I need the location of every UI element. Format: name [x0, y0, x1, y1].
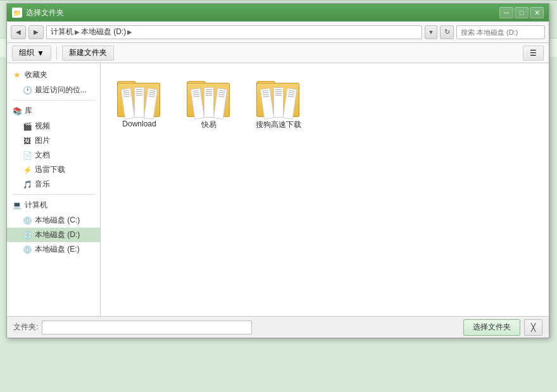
- sidebar-library-label: 库: [25, 106, 32, 116]
- title-icon: 📁: [12, 8, 22, 18]
- sidebar-music-label: 音乐: [35, 179, 50, 190]
- path-label: 文件夹:: [13, 322, 38, 333]
- sidebar-item-disk-e[interactable]: 💿 本地磁盘 (E:): [7, 242, 100, 257]
- content-area: ★ 收藏夹 🕐 最近访问的位... 📚 库: [7, 63, 549, 316]
- folder-sogou-label: 搜狗高速下载: [256, 119, 301, 130]
- disk-d-icon: 💿: [22, 231, 32, 240]
- path-arrow-2: ▶: [127, 28, 132, 35]
- folder-sogou-icon: [256, 76, 301, 117]
- sidebar-header-library[interactable]: 📚 库: [7, 103, 100, 119]
- title-bar: 📁 选择文件夹 ─ □ ✕: [7, 4, 549, 21]
- folder-select-dialog: 📁 选择文件夹 ─ □ ✕ ◀ ▶ 计算机 ▶ 本地磁盘 (D:) ▶ ▼ ↻: [6, 3, 549, 338]
- sidebar-section-computer: 💻 计算机 💿 本地磁盘 (C:) 💿 本地磁盘 (D:) 💿 本地磁盘 (E:…: [7, 197, 100, 257]
- computer-icon: 💻: [12, 200, 22, 211]
- sidebar-item-video[interactable]: 🎬 视频: [7, 119, 100, 133]
- back-nav-button[interactable]: ◀: [11, 25, 26, 39]
- favorites-icon: ★: [12, 70, 22, 80]
- toolbar: 组织 ▼ 新建文件夹 ☰: [7, 43, 549, 63]
- sidebar-item-image[interactable]: 🖼 图片: [7, 133, 100, 148]
- sidebar-video-label: 视频: [35, 121, 50, 132]
- path-segment-computer: 计算机: [51, 27, 73, 37]
- new-folder-button[interactable]: 新建文件夹: [62, 46, 114, 61]
- disk-c-icon: 💿: [22, 216, 32, 225]
- address-bar: ◀ ▶ 计算机 ▶ 本地磁盘 (D:) ▶ ▼ ↻: [7, 21, 549, 43]
- sidebar-computer-label: 计算机: [25, 200, 47, 211]
- library-icon: 📚: [12, 106, 22, 116]
- sidebar-document-label: 文档: [35, 150, 50, 161]
- disk-e-icon: 💿: [22, 245, 32, 254]
- sidebar-header-computer[interactable]: 💻 计算机: [7, 197, 100, 213]
- view-toggle-button[interactable]: ☰: [523, 46, 544, 61]
- search-input[interactable]: [456, 25, 545, 39]
- refresh-button[interactable]: ↻: [440, 25, 454, 39]
- organize-button[interactable]: 组织 ▼: [12, 46, 51, 61]
- file-area: Download 快易: [101, 63, 549, 316]
- video-icon: 🎬: [22, 122, 32, 131]
- close-button[interactable]: ✕: [530, 7, 544, 18]
- folder-kuaiyi-label: 快易: [201, 119, 216, 130]
- app-window: 📁 选择文件夹 ─ □ ✕ ◀ ▶ 计算机 ▶ 本地磁盘 (D:) ▶ ▼ ↻: [0, 0, 557, 392]
- document-icon: 📄: [22, 151, 32, 160]
- sidebar-disk-d-label: 本地磁盘 (D:): [35, 230, 80, 240]
- path-input[interactable]: [42, 321, 252, 334]
- sidebar-item-disk-d[interactable]: 💿 本地磁盘 (D:): [7, 228, 100, 242]
- sidebar-item-recent[interactable]: 🕐 最近访问的位...: [7, 83, 100, 97]
- sidebar-item-disk-c[interactable]: 💿 本地磁盘 (C:): [7, 213, 100, 228]
- dialog-title: 选择文件夹: [26, 8, 64, 18]
- address-path[interactable]: 计算机 ▶ 本地磁盘 (D:) ▶: [46, 25, 422, 39]
- minimize-button[interactable]: ─: [499, 7, 513, 18]
- sidebar-disk-c-label: 本地磁盘 (C:): [35, 215, 80, 226]
- path-arrow-1: ▶: [75, 28, 80, 35]
- sidebar-favorites-label: 收藏夹: [25, 70, 47, 80]
- sidebar: ★ 收藏夹 🕐 最近访问的位... 📚 库: [7, 63, 101, 316]
- new-folder-label: 新建文件夹: [69, 47, 107, 58]
- sidebar-item-music[interactable]: 🎵 音乐: [7, 177, 100, 192]
- sidebar-section-library: 📚 库 🎬 视频 🖼 图片 📄 文档: [7, 103, 100, 192]
- folder-download[interactable]: Download: [111, 73, 168, 133]
- folder-download-icon: [117, 76, 161, 117]
- cancel-button[interactable]: ╳: [524, 319, 542, 336]
- view-icon: ☰: [530, 49, 537, 58]
- sidebar-divider-1: [12, 100, 95, 101]
- organize-label: 组织: [19, 47, 34, 58]
- sidebar-recent-label: 最近访问的位...: [35, 85, 87, 95]
- organize-arrow-icon: ▼: [37, 49, 44, 58]
- sidebar-item-document[interactable]: 📄 文档: [7, 148, 100, 162]
- address-dropdown-button[interactable]: ▼: [425, 25, 437, 39]
- toolbar-separator: [56, 47, 57, 59]
- image-icon: 🖼: [22, 137, 32, 145]
- path-segment-disk: 本地磁盘 (D:): [81, 27, 126, 37]
- sidebar-header-favorites[interactable]: ★ 收藏夹: [7, 67, 100, 83]
- path-bar: 文件夹: 选择文件夹 ╳: [7, 316, 549, 338]
- folder-kuaiyi[interactable]: 快易: [180, 73, 237, 133]
- maximize-button[interactable]: □: [515, 7, 529, 18]
- sidebar-image-label: 图片: [35, 135, 50, 146]
- music-icon: 🎵: [22, 180, 32, 189]
- folder-kuaiyi-icon: [187, 76, 231, 117]
- forward-nav-button[interactable]: ▶: [28, 25, 44, 39]
- sidebar-thunder-label: 迅雷下载: [35, 164, 65, 175]
- recent-icon: 🕐: [22, 86, 32, 95]
- select-folder-button[interactable]: 选择文件夹: [463, 319, 520, 336]
- sidebar-item-thunder[interactable]: ⚡ 迅雷下载: [7, 162, 100, 177]
- sidebar-section-favorites: ★ 收藏夹 🕐 最近访问的位...: [7, 67, 100, 97]
- folder-sogou[interactable]: 搜狗高速下载: [250, 73, 307, 133]
- sidebar-divider-2: [12, 194, 95, 195]
- folder-download-label: Download: [122, 119, 156, 128]
- sidebar-disk-e-label: 本地磁盘 (E:): [35, 244, 80, 255]
- thunder-icon: ⚡: [22, 166, 32, 175]
- title-controls: ─ □ ✕: [499, 7, 544, 18]
